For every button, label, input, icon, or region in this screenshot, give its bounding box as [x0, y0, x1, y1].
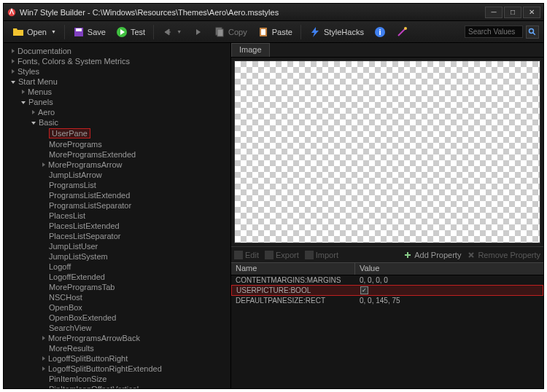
property-grid[interactable]: CONTENTMARGINS:MARGINS0, 0, 0, 0USERPICT…	[231, 275, 543, 388]
tree-item[interactable]: LogoffSplitButtonRight	[4, 353, 230, 364]
expand-right-icon	[42, 366, 45, 371]
tree-item[interactable]: Fonts, Colors & System Metrics	[4, 56, 230, 66]
wand-icon	[396, 26, 408, 38]
expand-down-icon	[21, 101, 26, 104]
save-icon	[73, 26, 85, 38]
copy-button[interactable]: Copy	[209, 25, 252, 39]
redo-icon	[192, 26, 203, 38]
tree-item[interactable]: OpenBox	[4, 302, 230, 313]
app-icon	[7, 7, 17, 17]
remove-property-button[interactable]: Remove Property	[467, 251, 540, 259]
tree-item[interactable]: Aero	[4, 107, 230, 117]
tree-item[interactable]: NSCHost	[4, 292, 230, 302]
tree-label: Styles	[18, 67, 39, 76]
import-property-button[interactable]: Import	[305, 251, 338, 259]
export-property-button[interactable]: Export	[265, 251, 299, 259]
tree-item[interactable]: UserPane	[4, 128, 230, 139]
tree-item[interactable]: Menus	[4, 87, 230, 97]
test-label: Test	[131, 28, 145, 36]
search-button[interactable]	[526, 26, 539, 39]
tree-item[interactable]: MoreResults	[4, 343, 230, 353]
tree-label: Aero	[38, 108, 55, 117]
tree-item[interactable]: MoreProgramsArrowBack	[4, 333, 230, 343]
stylehacks-button[interactable]: StyleHacks	[305, 25, 368, 39]
wand-button[interactable]	[392, 25, 412, 39]
tree-item[interactable]: Styles	[4, 66, 230, 77]
tree-item[interactable]: SearchView	[4, 323, 230, 333]
tree-panel[interactable]: DocumentationFonts, Colors & System Metr…	[4, 43, 231, 388]
search-input[interactable]	[465, 26, 523, 38]
checkerboard-preview	[234, 60, 540, 243]
save-button[interactable]: Save	[69, 25, 110, 39]
folder-open-icon	[12, 26, 24, 38]
tree-label: PinItemIconOffsetVertical	[49, 385, 139, 388]
tree-label: Basic	[39, 118, 58, 127]
checkbox-checked-icon[interactable]: ✓	[360, 286, 368, 294]
image-tab-bar: Image	[231, 43, 543, 58]
tree-item[interactable]: JumpListSystem	[4, 251, 230, 262]
tree-label: ProgramsList	[49, 181, 96, 189]
expand-right-icon	[42, 336, 45, 340]
tree-item[interactable]: Basic	[4, 117, 230, 128]
add-property-button[interactable]: Add Property	[403, 251, 461, 259]
tree-label: MoreProgramsArrowBack	[48, 334, 140, 342]
svg-rect-2	[76, 28, 82, 31]
info-button[interactable]: i	[370, 25, 390, 39]
tree-label: ProgramsListSeparator	[49, 201, 131, 210]
property-row[interactable]: CONTENTMARGINS:MARGINS0, 0, 0, 0	[231, 275, 543, 285]
property-value-cell: 0, 0, 145, 75	[355, 297, 543, 305]
tree-item[interactable]: MoreProgramsExtended	[4, 149, 230, 160]
undo-button[interactable]: ▼	[158, 25, 186, 39]
tree-item[interactable]: MorePrograms	[4, 139, 230, 149]
svg-rect-14	[305, 251, 314, 259]
info-icon: i	[374, 26, 386, 38]
open-label: Open	[27, 28, 47, 36]
tree-item[interactable]: PinItemIconOffsetVertical	[4, 384, 230, 388]
tree-item[interactable]: MoreProgramsArrow	[4, 160, 230, 170]
property-value: 0, 0, 145, 75	[360, 297, 400, 305]
minimize-button[interactable]: ─	[485, 7, 503, 18]
expand-right-icon	[42, 162, 45, 167]
svg-rect-12	[234, 251, 243, 259]
close-button[interactable]: ✕	[523, 7, 540, 18]
tree-label: PlacesList	[49, 211, 85, 220]
name-column-header[interactable]: Name	[231, 263, 355, 275]
tree-item[interactable]: Start Menu	[4, 77, 230, 87]
dropdown-arrow-icon: ▼	[176, 29, 182, 34]
svg-rect-7	[261, 29, 265, 35]
image-tab[interactable]: Image	[231, 43, 270, 57]
edit-property-button[interactable]: Edit	[234, 251, 259, 259]
open-button[interactable]: Open ▼	[8, 25, 61, 39]
tree-label: Menus	[28, 87, 52, 96]
tree-label: MoreProgramsTab	[49, 283, 115, 291]
tree-item[interactable]: Documentation	[4, 46, 230, 56]
tree-label: PinItemIconSize	[49, 375, 106, 383]
tree-item[interactable]: MoreProgramsTab	[4, 282, 230, 292]
tree-item[interactable]: OpenBoxExtended	[4, 313, 230, 323]
lightning-icon	[309, 26, 321, 38]
import-icon	[305, 251, 314, 259]
property-row[interactable]: USERPICTURE:BOOL✓	[231, 285, 543, 296]
tree-item[interactable]: LogoffExtended	[4, 272, 230, 282]
tree-item[interactable]: ProgramsListExtended	[4, 190, 230, 200]
tree-item[interactable]: JumpListArrow	[4, 170, 230, 180]
tree-label: LogoffSplitButtonRight	[48, 354, 128, 363]
tree-item[interactable]: JumpListUser	[4, 241, 230, 251]
tree-item[interactable]: PlacesListExtended	[4, 221, 230, 231]
tree-item[interactable]: ProgramsListSeparator	[4, 200, 230, 211]
tree-item[interactable]: PinItemIconSize	[4, 374, 230, 384]
tree-item[interactable]: Panels	[4, 97, 230, 107]
tree-item[interactable]: Logoff	[4, 262, 230, 272]
tree-item[interactable]: PlacesList	[4, 211, 230, 221]
tree-label: JumpListArrow	[49, 170, 102, 179]
tree-item[interactable]: PlacesListSeparator	[4, 231, 230, 241]
maximize-button[interactable]: □	[504, 7, 521, 18]
tree-item[interactable]: LogoffSplitButtonRightExtended	[4, 364, 230, 374]
property-row[interactable]: DEFAULTPANESIZE:RECT0, 0, 145, 75	[231, 296, 543, 305]
tree-item[interactable]: ProgramsList	[4, 180, 230, 190]
paste-button[interactable]: Paste	[253, 25, 297, 39]
image-view	[231, 58, 543, 246]
test-button[interactable]: Test	[112, 25, 150, 39]
redo-button[interactable]	[187, 25, 208, 39]
value-column-header[interactable]: Value	[355, 263, 543, 275]
